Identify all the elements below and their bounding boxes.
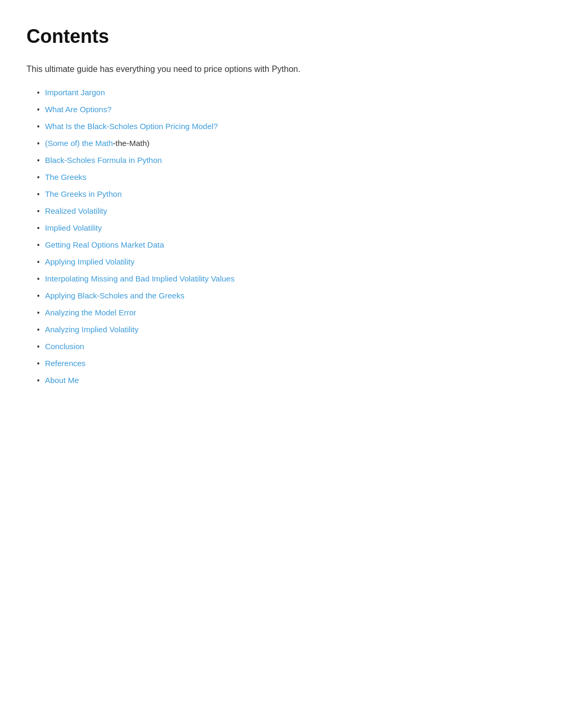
list-item: What Is the Black-Scholes Option Pricing… [37, 120, 536, 133]
toc-link-some-of-the-math[interactable]: (Some of) the Math [45, 139, 113, 148]
list-item: References [37, 357, 536, 370]
toc-link-getting-real-options[interactable]: Getting Real Options Market Data [45, 239, 164, 251]
toc-link-applying-implied-volatility[interactable]: Applying Implied Volatility [45, 256, 134, 268]
page-title: Contents [26, 21, 536, 52]
list-item: Getting Real Options Market Data [37, 239, 536, 251]
toc-link-interpolating[interactable]: Interpolating Missing and Bad Implied Vo… [45, 272, 234, 285]
toc-link-about-me[interactable]: About Me [45, 374, 79, 387]
toc-link-the-greeks[interactable]: The Greeks [45, 171, 86, 184]
list-item: Implied Volatility [37, 222, 536, 234]
toc-link-applying-black-scholes[interactable]: Applying Black-Scholes and the Greeks [45, 289, 184, 302]
list-item: Conclusion [37, 340, 536, 353]
list-item: Realized Volatility [37, 205, 536, 217]
toc-link-the-greeks-in-python[interactable]: The Greeks in Python [45, 188, 122, 201]
toc-link-implied-volatility[interactable]: Implied Volatility [45, 222, 102, 234]
list-item: Applying Implied Volatility [37, 256, 536, 268]
list-item: Analyzing Implied Volatility [37, 323, 536, 336]
list-item: The Greeks [37, 171, 536, 184]
toc-link-analyzing-model-error[interactable]: Analyzing the Model Error [45, 306, 137, 319]
list-item: Important Jargon [37, 86, 536, 99]
list-item: Interpolating Missing and Bad Implied Vo… [37, 272, 536, 285]
list-item: (Some of) the Math-the-Math) [37, 137, 536, 150]
list-item: The Greeks in Python [37, 188, 536, 201]
toc-link-black-scholes-model[interactable]: What Is the Black-Scholes Option Pricing… [45, 120, 218, 133]
toc-link-analyzing-implied-volatility[interactable]: Analyzing Implied Volatility [45, 323, 139, 336]
table-of-contents: Important Jargon What Are Options? What … [26, 86, 536, 387]
list-item: Black-Scholes Formula in Python [37, 154, 536, 167]
toc-link-conclusion[interactable]: Conclusion [45, 340, 84, 353]
list-item: Analyzing the Model Error [37, 306, 536, 319]
toc-link-references[interactable]: References [45, 357, 86, 370]
intro-text: This ultimate guide has everything you n… [26, 62, 536, 76]
toc-link-realized-volatility[interactable]: Realized Volatility [45, 205, 107, 217]
toc-link-important-jargon[interactable]: Important Jargon [45, 86, 105, 99]
toc-link-black-scholes-formula[interactable]: Black-Scholes Formula in Python [45, 154, 162, 167]
list-item: What Are Options? [37, 103, 536, 116]
list-item: Applying Black-Scholes and the Greeks [37, 289, 536, 302]
suffix-text: -the-Math) [113, 139, 149, 148]
list-item: About Me [37, 374, 536, 387]
toc-link-what-are-options[interactable]: What Are Options? [45, 103, 112, 116]
